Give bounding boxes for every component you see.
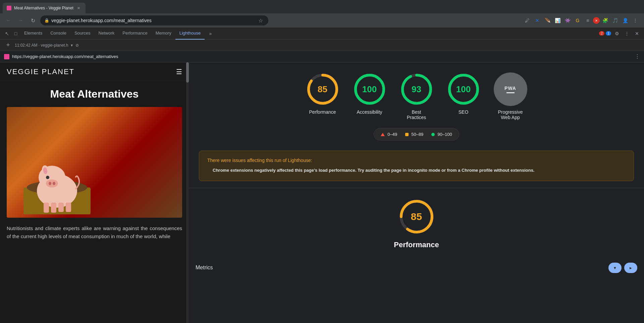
session-dropdown-icon[interactable]: ▾: [71, 43, 73, 48]
legend-average: 50–89: [405, 132, 423, 137]
tab-close-button[interactable]: ✕: [76, 5, 82, 11]
best-practices-label: BestPractices: [407, 109, 426, 120]
bottom-performance-circle: 85: [398, 198, 435, 235]
score-best-practices: 93 BestPractices: [400, 72, 433, 120]
address-input[interactable]: 🔒 veggie-planet.herokuapp.com/meat_alter…: [40, 15, 268, 25]
session-status-icon: ⊘: [75, 43, 79, 48]
seo-label: SEO: [459, 109, 469, 115]
page-favicon: [4, 54, 9, 59]
devtools-right-icons: 2 1 ⚙ ⋮ ✕: [599, 29, 641, 38]
tab-title: Meat Alternatives - Veggie Planet: [14, 6, 73, 10]
tab-performance[interactable]: Performance: [118, 28, 151, 40]
pig-image: [7, 107, 182, 218]
scrollbar[interactable]: [186, 62, 189, 323]
page-heading: Meat Alternatives: [7, 88, 182, 100]
score-pwa: PWA ProgressiveWeb App: [494, 72, 527, 120]
tab-bar: Meat Alternatives - Veggie Planet ✕: [0, 0, 644, 13]
devtools-pointer-icon[interactable]: ↖: [3, 29, 11, 38]
tab-sources[interactable]: Sources: [70, 28, 95, 40]
page-text: Nutritionists and climate experts alike …: [7, 224, 182, 240]
extension-lines-icon[interactable]: ≡: [583, 16, 592, 25]
tab-console[interactable]: Console: [46, 28, 70, 40]
scores-section: 85 Performance 100 Access: [189, 62, 644, 151]
warning-title: There were issues affecting this run of …: [207, 158, 626, 163]
devtools-dock-icon[interactable]: ⋮: [623, 29, 631, 38]
performance-score: 85: [318, 84, 327, 95]
best-practices-score: 93: [412, 84, 421, 95]
tab-elements[interactable]: Elements: [20, 28, 46, 40]
performance-circle: 85: [306, 72, 339, 106]
metrics-row: Metrics ▾ ▸: [189, 263, 644, 273]
svg-rect-12: [58, 203, 64, 212]
pig-svg: [23, 147, 91, 214]
hamburger-menu-icon[interactable]: ☰: [176, 68, 182, 76]
svg-rect-10: [44, 203, 49, 213]
devtools-more-tabs-button[interactable]: »: [206, 29, 215, 38]
pwa-label: PWA: [504, 86, 516, 91]
seo-score: 100: [456, 84, 471, 95]
legend-pass: 90–100: [431, 132, 452, 137]
forward-button[interactable]: →: [16, 16, 25, 25]
more-menu-button[interactable]: ⋮: [631, 16, 640, 25]
reload-button[interactable]: ↻: [28, 16, 38, 25]
scrollbar-thumb[interactable]: [186, 62, 189, 83]
page-url-text: https://veggie-planet.herokuapp.com/meat…: [12, 54, 118, 59]
extensions-puzzle-icon[interactable]: 🧩: [600, 16, 610, 25]
website-content: Meat Alternatives: [0, 81, 189, 323]
devtools-session-bar: + 11:02:42 AM · veggie-planet.h ▾ ⊘: [0, 40, 644, 51]
legend: 0–49 50–89 90–100: [374, 128, 459, 141]
devtools-device-icon[interactable]: □: [11, 29, 20, 38]
metrics-label: Metrics: [196, 265, 213, 271]
url-text: veggie-planet.herokuapp.com/meat_alterna…: [51, 18, 255, 23]
extension-g-icon[interactable]: G: [573, 16, 582, 25]
extension-pen-icon[interactable]: 🖊: [523, 16, 532, 25]
active-tab[interactable]: Meat Alternatives - Veggie Planet ✕: [3, 3, 86, 13]
tab-lighthouse[interactable]: Lighthouse: [175, 28, 205, 40]
extension-chart-icon[interactable]: 📊: [553, 16, 562, 25]
collapse-metrics-button[interactable]: ▸: [624, 263, 637, 273]
url-more-button[interactable]: ⋮: [635, 53, 640, 60]
warning-badge: 1: [606, 31, 611, 36]
devtools-tab-bar: ↖ □ Elements Console Sources Network Per…: [0, 28, 644, 40]
warning-box: There were issues affecting this run of …: [199, 151, 634, 181]
accessibility-score: 100: [362, 84, 377, 95]
legend-average-label: 50–89: [411, 132, 423, 137]
devtools-add-button[interactable]: +: [4, 41, 12, 49]
performance-label: Performance: [309, 109, 336, 115]
bottom-performance-label: Performance: [394, 240, 439, 249]
scores-row: 85 Performance 100 Access: [306, 72, 527, 120]
devtools-page-url-bar: https://veggie-planet.herokuapp.com/meat…: [0, 51, 644, 62]
address-bar-row: ← → ↻ 🔒 veggie-planet.herokuapp.com/meat…: [0, 13, 644, 28]
tab-memory[interactable]: Memory: [152, 28, 175, 40]
legend-pass-icon: [431, 133, 435, 136]
extension-alien-icon[interactable]: 👾: [563, 16, 572, 25]
legend-fail-label: 0–49: [387, 132, 397, 137]
svg-point-5: [49, 182, 51, 185]
legend-fail-icon: [381, 133, 385, 136]
website-preview-panel: VEGGIE PLANET ☰ Meat Alternatives: [0, 62, 189, 323]
extension-feather-icon[interactable]: 🪶: [543, 16, 552, 25]
legend-pass-label: 90–100: [437, 132, 452, 137]
score-accessibility: 100 Accessibility: [353, 72, 386, 115]
error-badge: 2: [599, 31, 604, 36]
tab-favicon: [7, 6, 11, 10]
site-header: VEGGIE PLANET ☰: [0, 62, 189, 81]
tab-network[interactable]: Network: [95, 28, 119, 40]
legend-average-icon: [405, 133, 409, 136]
devtools-settings-icon[interactable]: ⚙: [612, 29, 621, 38]
pwa-circle: PWA: [494, 72, 527, 106]
score-seo: 100 SEO: [447, 72, 480, 115]
expand-metrics-button[interactable]: ▾: [608, 263, 622, 273]
svg-rect-11: [51, 203, 56, 213]
extension-profile-icon[interactable]: 👤: [621, 16, 630, 25]
session-label: 11:02:42 AM · veggie-planet.h: [15, 43, 68, 48]
best-practices-circle: 93: [400, 72, 433, 106]
extension-red-icon[interactable]: ✕: [593, 17, 600, 24]
extension-x-icon[interactable]: ✕: [533, 16, 542, 25]
svg-point-6: [53, 182, 55, 185]
bookmark-icon[interactable]: ☆: [257, 16, 264, 25]
devtools-close-icon[interactable]: ✕: [633, 29, 641, 38]
back-button[interactable]: ←: [4, 16, 13, 25]
extension-music-icon[interactable]: 🎵: [610, 16, 620, 25]
legend-fail: 0–49: [381, 132, 397, 137]
